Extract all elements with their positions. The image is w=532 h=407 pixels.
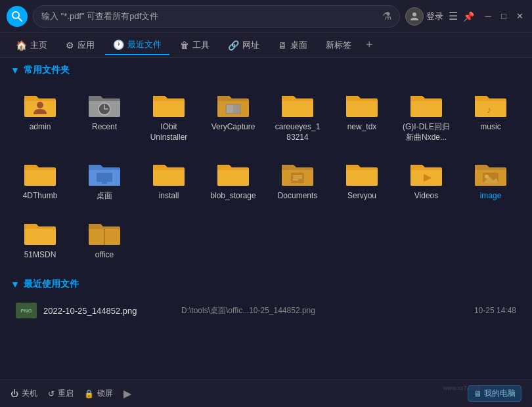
recent-files-arrow: ▼ (11, 279, 20, 289)
folder-music[interactable]: ♪ music (461, 84, 520, 148)
pin-icon[interactable]: 📌 (463, 11, 474, 22)
shutdown-button[interactable]: ⏻ 关机 (11, 388, 37, 399)
folder-office-icon (87, 217, 122, 246)
lock-button[interactable]: 🔒 锁屏 (84, 388, 113, 399)
recent-files-title: 最近使用文件 (24, 278, 79, 290)
folder-51msdn[interactable]: 51MSDN (11, 212, 70, 266)
folder-careueyes-icon (280, 89, 315, 118)
search-box[interactable]: 输入 "*.pdf" 可查看所有pdf文件 ⚗ (33, 5, 400, 28)
folder-office-label: office (95, 250, 114, 261)
url-icon: 🔗 (228, 40, 239, 51)
folder-verycapture[interactable]: VeryCapture (204, 84, 263, 148)
desktop-icon: 🖥 (278, 40, 287, 51)
folder-videos[interactable]: Videos (397, 153, 456, 207)
avatar (405, 7, 424, 26)
folder-music-label: music (480, 122, 500, 133)
folder-blob-storage[interactable]: blob_storage (204, 153, 263, 207)
home-icon: 🏠 (16, 40, 27, 51)
folder-servyou[interactable]: Servyou (332, 153, 391, 207)
folder-desktop[interactable]: 桌面 (75, 153, 134, 207)
restart-label: 重启 (58, 388, 74, 399)
folder-servyou-label: Servyou (347, 191, 376, 202)
file-path: D:\tools\桌面\offic...10-25_144852.png (181, 305, 468, 316)
bottom-left-actions: ⏻ 关机 ↺ 重启 🔒 锁屏 ▶ (11, 387, 131, 400)
bottom-bar: ⏻ 关机 ↺ 重启 🔒 锁屏 ▶ www.xz7.com 🖥 我的电脑 (0, 379, 532, 407)
tab-newtab[interactable]: 新标签 (318, 36, 359, 54)
folder-videos-icon (409, 158, 443, 187)
tab-desktop[interactable]: 🖥 桌面 (270, 36, 315, 54)
tab-home[interactable]: 🏠 主页 (8, 36, 55, 54)
tab-apps-label: 应用 (78, 39, 95, 51)
common-folders-title: 常用文件夹 (24, 64, 70, 76)
folder-install[interactable]: install (139, 153, 198, 207)
minimize-button[interactable]: ─ (482, 11, 494, 22)
folder-admin[interactable]: admin (11, 84, 70, 148)
folder-verycapture-label: VeryCapture (211, 122, 255, 133)
folder-desktop-icon (87, 158, 122, 187)
folder-image-label: image (480, 191, 502, 202)
filter-icon[interactable]: ⚗ (382, 10, 391, 22)
folder-new-tdx-icon (345, 89, 379, 118)
folder-verycapture-icon (216, 89, 250, 118)
add-tab-button[interactable]: + (362, 38, 377, 52)
folder-gdle-label: (G)I-DLE回归 新曲Nxde... (399, 122, 453, 142)
title-bar: 输入 "*.pdf" 可查看所有pdf文件 ⚗ 登录 ☰ 📌 ─ □ ✕ (0, 0, 532, 33)
svg-text:♪: ♪ (487, 104, 491, 115)
folder-documents-icon (280, 158, 315, 187)
folder-desktop-label: 桌面 (97, 191, 112, 202)
folder-51msdn-label: 51MSDN (24, 250, 56, 261)
folder-image[interactable]: image (461, 153, 520, 207)
folder-office[interactable]: office (75, 212, 134, 266)
svg-rect-11 (97, 173, 112, 182)
login-label: 登录 (426, 11, 443, 22)
lock-label: 锁屏 (97, 388, 113, 399)
user-button[interactable]: 登录 (405, 7, 443, 26)
folder-documents-label: Documents (278, 191, 318, 202)
title-bar-actions: 登录 ☰ 📌 ─ □ ✕ (405, 7, 525, 26)
folder-4dthumb[interactable]: 4DThumb (11, 153, 70, 207)
tab-tools[interactable]: 🗑 工具 (172, 36, 217, 54)
folder-documents[interactable]: Documents (268, 153, 327, 207)
folder-image-icon (474, 158, 508, 187)
tab-url[interactable]: 🔗 网址 (220, 36, 267, 54)
tab-home-label: 主页 (30, 39, 47, 51)
svg-point-2 (412, 12, 416, 16)
search-placeholder: 输入 "*.pdf" 可查看所有pdf文件 (41, 11, 158, 22)
folder-iobit-icon (152, 89, 186, 118)
tab-recent-label: 最近文件 (127, 39, 162, 51)
maximize-button[interactable]: □ (498, 11, 510, 22)
common-folders-header[interactable]: ▼ 常用文件夹 (11, 64, 521, 76)
close-button[interactable]: ✕ (514, 11, 525, 22)
folder-blob-storage-label: blob_storage (210, 191, 255, 202)
folder-gdle[interactable]: (G)I-DLE回归 新曲Nxde... (397, 84, 456, 148)
folder-gdle-icon (409, 89, 443, 118)
folder-careueyes-label: careueyes_1 83214 (271, 122, 324, 142)
folder-servyou-icon (345, 158, 379, 187)
recent-files-header[interactable]: ▼ 最近使用文件 (11, 278, 521, 290)
folder-new-tdx-label: new_tdx (347, 122, 377, 133)
folder-recent[interactable]: Recent (75, 84, 134, 148)
folder-music-icon: ♪ (474, 89, 508, 118)
apps-icon: ⚙ (66, 40, 74, 51)
folder-iobit-label: IObit Uninstaller (142, 122, 196, 142)
folder-blob-storage-icon (216, 158, 250, 187)
recent-files-section: ▼ 最近使用文件 PNG 2022-10-25_144852.png D:\to… (11, 278, 521, 323)
more-arrow[interactable]: ▶ (123, 387, 131, 400)
my-computer-label: 我的电脑 (484, 388, 516, 399)
recent-icon: 🕐 (113, 39, 124, 50)
folder-51msdn-icon (23, 217, 57, 246)
tab-recent[interactable]: 🕐 最近文件 (105, 35, 169, 55)
file-name: 2022-10-25_144852.png (43, 306, 175, 316)
folder-new-tdx[interactable]: new_tdx (332, 84, 391, 148)
menu-icon[interactable]: ☰ (449, 10, 458, 22)
bottom-right-actions: www.xz7.com 🖥 我的电脑 (468, 385, 521, 402)
tab-tools-label: 工具 (192, 39, 210, 51)
restart-button[interactable]: ↺ 重启 (48, 388, 74, 399)
folder-careueyes[interactable]: careueyes_1 83214 (268, 84, 327, 148)
common-folders-arrow: ▼ (11, 65, 20, 75)
watermark: www.xz7.com (443, 385, 479, 391)
tab-apps[interactable]: ⚙ 应用 (58, 36, 102, 54)
recent-file-row[interactable]: PNG 2022-10-25_144852.png D:\tools\桌面\of… (11, 298, 521, 323)
folder-iobit[interactable]: IObit Uninstaller (139, 84, 198, 148)
nav-tabs: 🏠 主页 ⚙ 应用 🕐 最近文件 🗑 工具 🔗 网址 🖥 桌面 新标签 + (0, 33, 532, 58)
